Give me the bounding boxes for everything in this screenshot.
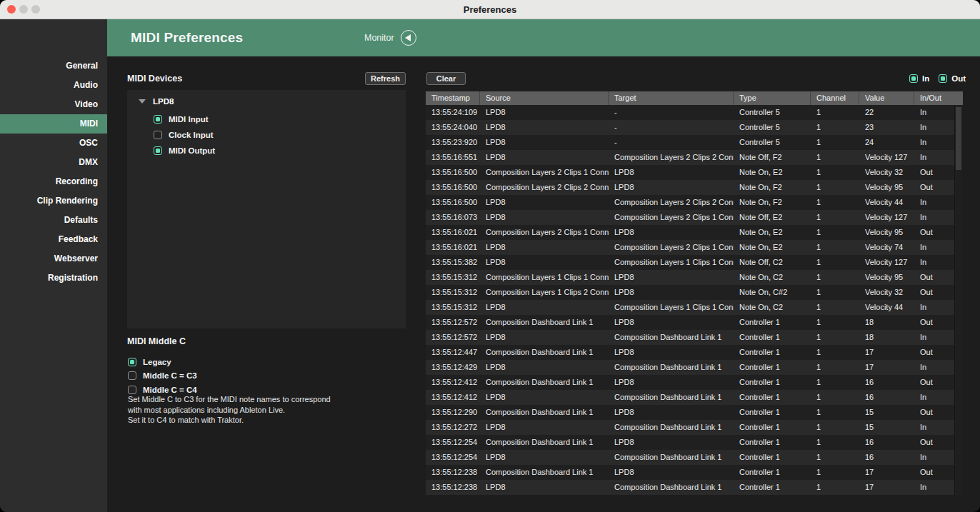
sidebar-item-feedback[interactable]: Feedback: [0, 230, 107, 249]
table-row[interactable]: 13:55:12:447Composition Dashboard Link 1…: [426, 345, 954, 360]
monitor-collapse-button[interactable]: [401, 30, 416, 46]
clock-input-checkbox[interactable]: [154, 131, 162, 139]
collapse-triangle-icon[interactable]: [139, 99, 146, 104]
table-row[interactable]: 13:55:16:021LPD8Composition Layers 2 Cli…: [426, 240, 954, 255]
table-row[interactable]: 13:55:12:272LPD8Composition Dashboard Li…: [426, 420, 954, 435]
cell-target: LPD8: [609, 270, 734, 285]
cell-type: Controller 1: [734, 450, 811, 465]
sidebar-item-dmx[interactable]: DMX: [0, 153, 107, 172]
column-header-in-out[interactable]: In/Out: [914, 91, 963, 105]
cell-in-out: Out: [914, 270, 954, 285]
cell-source: Composition Layers 1 Clips 2 Connect: [480, 285, 609, 300]
cell-channel: 1: [811, 120, 859, 135]
midi-input-checkbox[interactable]: [154, 115, 162, 124]
table-row[interactable]: 13:55:16:551LPD8Composition Layers 2 Cli…: [426, 150, 954, 165]
sidebar-item-defaults[interactable]: Defaults: [0, 211, 107, 230]
cell-in-out: Out: [914, 315, 954, 330]
table-row[interactable]: 13:55:15:312Composition Layers 1 Clips 2…: [426, 285, 954, 300]
column-header-source[interactable]: Source: [480, 91, 609, 105]
column-header-value[interactable]: Value: [859, 91, 914, 105]
cell-value: 15: [859, 420, 914, 435]
cell-target: LPD8: [609, 405, 734, 420]
in-filter-checkbox[interactable]: [909, 74, 918, 83]
cell-timestamp: 13:55:12:572: [426, 330, 480, 345]
table-row[interactable]: 13:55:12:572Composition Dashboard Link 1…: [426, 315, 954, 330]
table-row[interactable]: 13:55:12:290Composition Dashboard Link 1…: [426, 405, 954, 420]
sidebar-item-recording[interactable]: Recording: [0, 172, 107, 191]
table-row[interactable]: 13:55:15:312LPD8Composition Layers 1 Cli…: [426, 300, 954, 315]
middle-c-c4-checkbox[interactable]: [128, 386, 136, 394]
table-row[interactable]: 13:55:23:920LPD8-Controller 5124In: [426, 135, 954, 150]
cell-channel: 1: [811, 150, 859, 165]
cell-value: 17: [859, 465, 914, 480]
cell-source: Composition Dashboard Link 1: [480, 465, 609, 480]
cell-value: Velocity 74: [859, 240, 914, 255]
sidebar-item-midi[interactable]: MIDI: [0, 114, 107, 134]
column-header-target[interactable]: Target: [609, 91, 734, 105]
table-row[interactable]: 13:55:24:109LPD8-Controller 5122In: [426, 105, 954, 120]
middle-c-c3-checkbox[interactable]: [128, 371, 136, 380]
legacy-checkbox[interactable]: [128, 358, 136, 366]
table-row[interactable]: 13:55:12:572LPD8Composition Dashboard Li…: [426, 330, 954, 345]
column-header-type[interactable]: Type: [734, 91, 811, 105]
sidebar-item-clip-rendering[interactable]: Clip Rendering: [0, 191, 107, 211]
cell-target: LPD8: [609, 465, 734, 480]
preferences-window: Preferences GeneralAudioVideoMIDIOSCDMXR…: [0, 0, 980, 512]
cell-target: LPD8: [609, 315, 734, 330]
cell-timestamp: 13:55:12:238: [426, 465, 480, 480]
cell-target: Composition Layers 1 Clips 1 Connect: [609, 300, 734, 315]
column-header-timestamp[interactable]: Timestamp: [426, 91, 480, 105]
table-row[interactable]: 13:55:12:412LPD8Composition Dashboard Li…: [426, 390, 954, 405]
sidebar-item-osc[interactable]: OSC: [0, 134, 107, 153]
column-header-channel[interactable]: Channel: [811, 91, 859, 105]
cell-source: LPD8: [480, 450, 609, 465]
table-row[interactable]: 13:55:16:073LPD8Composition Layers 2 Cli…: [426, 210, 954, 225]
cell-timestamp: 13:55:24:040: [426, 120, 480, 135]
cell-source: LPD8: [480, 300, 609, 315]
table-row[interactable]: 13:55:24:040LPD8-Controller 5123In: [426, 120, 954, 135]
scrollbar-thumb[interactable]: [956, 107, 961, 170]
cell-target: Composition Layers 2 Clips 2 Connect: [609, 150, 734, 165]
clear-button[interactable]: Clear: [426, 72, 466, 85]
midi-output-checkbox[interactable]: [154, 146, 162, 155]
cell-source: LPD8: [480, 210, 609, 225]
cell-channel: 1: [811, 315, 859, 330]
cell-channel: 1: [811, 105, 859, 120]
table-row[interactable]: 13:55:12:238Composition Dashboard Link 1…: [426, 465, 954, 480]
sidebar-item-webserver[interactable]: Webserver: [0, 249, 107, 268]
cell-timestamp: 13:55:15:312: [426, 285, 480, 300]
out-filter-checkbox[interactable]: [939, 74, 947, 83]
table-row[interactable]: 13:55:15:382LPD8Composition Layers 1 Cli…: [426, 255, 954, 270]
table-row[interactable]: 13:55:12:429LPD8Composition Dashboard Li…: [426, 360, 954, 375]
cell-channel: 1: [811, 180, 859, 195]
table-row[interactable]: 13:55:12:254Composition Dashboard Link 1…: [426, 435, 954, 450]
refresh-button[interactable]: Refresh: [365, 72, 406, 85]
midi-middle-c-title: MIDI Middle C: [127, 336, 186, 346]
table-row[interactable]: 13:55:12:238LPD8Composition Dashboard Li…: [426, 480, 954, 495]
cell-type: Note On, F2: [734, 195, 811, 210]
cell-channel: 1: [811, 285, 859, 300]
vertical-scrollbar[interactable]: [954, 105, 962, 495]
cell-type: Controller 1: [734, 405, 811, 420]
table-row[interactable]: 13:55:12:254LPD8Composition Dashboard Li…: [426, 450, 954, 465]
cell-in-out: In: [914, 105, 954, 120]
sidebar-item-general[interactable]: General: [0, 56, 107, 76]
cell-in-out: In: [914, 390, 954, 405]
midi-devices-title: MIDI Devices: [127, 74, 182, 84]
table-row[interactable]: 13:55:16:500Composition Layers 2 Clips 2…: [426, 180, 954, 195]
sidebar-item-registration[interactable]: Registration: [0, 268, 107, 288]
sidebar-item-video[interactable]: Video: [0, 95, 107, 114]
sidebar-item-audio[interactable]: Audio: [0, 76, 107, 95]
cell-type: Controller 1: [734, 330, 811, 345]
cell-channel: 1: [811, 450, 859, 465]
filter-in: In: [909, 74, 929, 83]
cell-channel: 1: [811, 225, 859, 240]
table-row[interactable]: 13:55:15:312Composition Layers 1 Clips 1…: [426, 270, 954, 285]
table-row[interactable]: 13:55:12:412Composition Dashboard Link 1…: [426, 375, 954, 390]
cell-type: Note On, C2: [734, 270, 811, 285]
page-title: MIDI Preferences: [131, 19, 243, 56]
cell-channel: 1: [811, 210, 859, 225]
table-row[interactable]: 13:55:16:500LPD8Composition Layers 2 Cli…: [426, 195, 954, 210]
table-row[interactable]: 13:55:16:500Composition Layers 2 Clips 1…: [426, 165, 954, 180]
table-row[interactable]: 13:55:16:021Composition Layers 2 Clips 1…: [426, 225, 954, 240]
